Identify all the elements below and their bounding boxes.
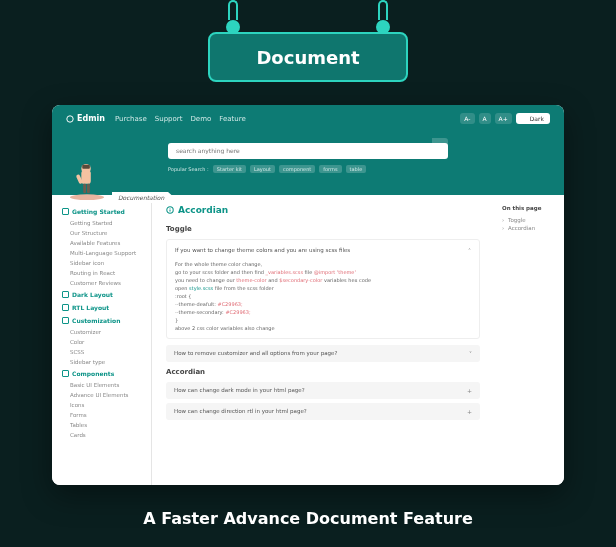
sidebar-section-getting-started[interactable]: Getting Started — [52, 205, 151, 218]
sidebar-item[interactable]: Available Features — [52, 238, 151, 248]
sidebar-section-dark-layout[interactable]: Dark Layout — [52, 288, 151, 301]
font-default-button[interactable]: A — [479, 113, 491, 124]
accordion-item[interactable]: How to remove customizer and all options… — [166, 345, 480, 362]
popular-search-label: Popular Search : — [168, 166, 209, 172]
sidebar-item[interactable]: Sidebar icon — [52, 258, 151, 268]
marketing-tagline: A Faster Advance Document Feature — [0, 509, 616, 528]
plus-icon: + — [467, 387, 472, 394]
toc-item[interactable]: Toggle — [502, 216, 556, 224]
section-toggle: Toggle — [166, 225, 480, 233]
document-badge: Document — [208, 32, 408, 82]
documentation-flag: Documentation — [112, 192, 174, 203]
svg-rect-6 — [82, 165, 90, 169]
sidebar-item[interactable]: SCSS — [52, 347, 151, 357]
accordion-item[interactable]: How can change dark mode in your html pa… — [166, 382, 480, 399]
sidebar-item[interactable]: Color — [52, 337, 151, 347]
accordion-body: For the whole theme color change, go to … — [175, 260, 471, 332]
sidebar-item[interactable]: Getting Started — [52, 218, 151, 228]
moon-icon — [522, 116, 528, 122]
accordion-item-open[interactable]: If you want to change theme colors and y… — [166, 239, 480, 339]
font-increase-button[interactable]: A+ — [495, 113, 512, 124]
mascot-illustration — [68, 161, 106, 201]
sidebar-item[interactable]: Multi-Language Support — [52, 248, 151, 258]
svg-line-2 — [441, 147, 443, 149]
svg-point-12 — [170, 208, 171, 209]
main-content: Accordian Toggle If you want to change t… — [152, 195, 494, 485]
page-title: Accordian — [166, 205, 480, 215]
svg-point-0 — [67, 115, 73, 121]
on-this-page: On this page Toggle Accordian — [494, 195, 564, 485]
toc-item[interactable]: Accordian — [502, 224, 556, 232]
popular-tag[interactable]: component — [279, 165, 315, 173]
sidebar-item[interactable]: Routing in React — [52, 268, 151, 278]
sidebar-section-rtl-layout[interactable]: RTL Layout — [52, 301, 151, 314]
sidebar-section-components[interactable]: Components — [52, 367, 151, 380]
popular-tag[interactable]: forms — [319, 165, 341, 173]
sidebar-item[interactable]: Icons — [52, 400, 151, 410]
sidebar-item[interactable]: Basic UI Elements — [52, 380, 151, 390]
popular-tag[interactable]: Layout — [250, 165, 275, 173]
sidebar-item[interactable]: Cards — [52, 430, 151, 440]
popular-tag[interactable]: table — [346, 165, 367, 173]
font-decrease-button[interactable]: A- — [460, 113, 474, 124]
nav-demo[interactable]: Demo — [190, 115, 211, 123]
sidebar-item[interactable]: Advance UI Elements — [52, 390, 151, 400]
logo[interactable]: Edmin — [66, 114, 105, 123]
app-header: Edmin Purchase Support Demo Feature A- A… — [52, 105, 564, 195]
plus-icon: + — [467, 408, 472, 415]
nav-feature[interactable]: Feature — [219, 115, 245, 123]
search-icon — [437, 143, 444, 150]
sidebar-item[interactable]: Our Structure — [52, 228, 151, 238]
nav-support[interactable]: Support — [155, 115, 183, 123]
accordion-item[interactable]: How can change direction rtl in your htm… — [166, 403, 480, 420]
sidebar: Getting Started Getting Started Our Stru… — [52, 195, 152, 485]
sidebar-item[interactable]: Customer Reviews — [52, 278, 151, 288]
logo-icon — [66, 115, 74, 123]
sidebar-item[interactable]: Customizer — [52, 327, 151, 337]
sidebar-section-customization[interactable]: Customization — [52, 314, 151, 327]
info-icon — [166, 206, 174, 214]
svg-rect-8 — [83, 184, 86, 194]
nav-purchase[interactable]: Purchase — [115, 115, 147, 123]
section-accordian: Accordian — [166, 368, 480, 376]
top-nav: Purchase Support Demo Feature — [115, 115, 246, 123]
svg-rect-9 — [87, 184, 90, 194]
chevron-up-icon: ˄ — [468, 246, 471, 256]
sidebar-item[interactable]: Forms — [52, 410, 151, 420]
popular-tag[interactable]: Starter kit — [213, 165, 246, 173]
svg-point-1 — [437, 143, 441, 147]
chevron-down-icon: ˅ — [469, 350, 472, 357]
sidebar-item[interactable]: Tables — [52, 420, 151, 430]
svg-point-3 — [70, 194, 104, 200]
search-button[interactable] — [432, 138, 448, 154]
dark-mode-button[interactable]: Dark — [516, 113, 550, 124]
browser-frame: Edmin Purchase Support Demo Feature A- A… — [52, 105, 564, 485]
sidebar-item[interactable]: Sidebar type — [52, 357, 151, 367]
search-input[interactable] — [168, 143, 448, 159]
on-this-page-title: On this page — [502, 205, 556, 211]
